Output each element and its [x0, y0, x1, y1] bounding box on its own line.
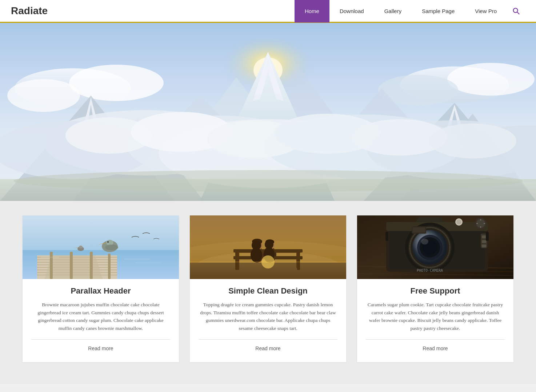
read-more-2[interactable]: Read more [199, 339, 337, 351]
svg-point-38 [13, 170, 523, 192]
nav-item-view-pro[interactable]: View Pro [465, 0, 507, 23]
search-icon[interactable] [507, 0, 525, 23]
read-more-3[interactable]: Read more [366, 339, 505, 351]
card-body-1: Brownie macaroon jujubes muffin chocolat… [23, 301, 179, 332]
card-title-2: Simple Clean Design [228, 286, 308, 296]
site-title: Radiate [11, 5, 48, 17]
card-image-camera: PHOTO-CAMERA [357, 215, 513, 279]
nav-item-download[interactable]: Download [329, 0, 374, 23]
card-body-2: Topping dragée ice cream gummies cupcake… [190, 301, 346, 332]
card-image-pelicans [23, 215, 179, 279]
svg-rect-130 [486, 232, 489, 241]
svg-rect-125 [482, 240, 486, 243]
svg-point-6 [7, 79, 80, 112]
nav-item-sample-page[interactable]: Sample Page [412, 0, 465, 23]
hero-section [0, 23, 536, 201]
svg-point-62 [79, 246, 83, 248]
svg-rect-126 [482, 245, 486, 247]
card-body-3: Caramels sugar plum cookie. Tart cupcake… [357, 301, 513, 332]
svg-rect-129 [385, 232, 388, 241]
card-free-support: PHOTO-CAMERA Free Support Caramels sugar… [357, 215, 513, 362]
main-nav: Home Download Gallery Sample Page View P… [295, 0, 525, 22]
card-parallax-header: Parallax Header Brownie macaroon jujubes… [23, 215, 179, 362]
svg-point-7 [69, 65, 164, 101]
nav-item-home[interactable]: Home [295, 0, 329, 23]
svg-line-1 [517, 12, 519, 14]
svg-rect-96 [190, 215, 346, 279]
nav-item-gallery[interactable]: Gallery [374, 0, 412, 23]
svg-text:PHOTO-CAMERA: PHOTO-CAMERA [417, 268, 443, 272]
card-title-1: Parallax Header [71, 286, 131, 296]
svg-point-59 [107, 241, 109, 243]
card-simple-clean: Simple Clean Design Topping dragée ice c… [190, 215, 346, 362]
svg-rect-52 [50, 252, 53, 279]
svg-point-0 [513, 8, 518, 13]
svg-point-60 [105, 245, 118, 250]
card-title-3: Free Support [411, 286, 460, 296]
svg-rect-55 [108, 254, 111, 279]
svg-point-121 [421, 239, 428, 245]
site-header: Radiate Home Download Gallery Sample Pag… [0, 0, 536, 23]
cards-section: Parallax Header Brownie macaroon jujubes… [0, 201, 536, 384]
card-image-couple [190, 215, 346, 279]
svg-marker-112 [415, 217, 444, 222]
svg-rect-128 [413, 227, 425, 233]
svg-point-36 [429, 124, 516, 158]
svg-marker-51 [44, 255, 103, 279]
svg-rect-124 [482, 235, 486, 238]
svg-rect-53 [70, 252, 73, 279]
svg-rect-54 [90, 252, 93, 279]
svg-point-105 [456, 219, 461, 225]
svg-point-9 [447, 63, 535, 96]
read-more-1[interactable]: Read more [31, 339, 170, 351]
